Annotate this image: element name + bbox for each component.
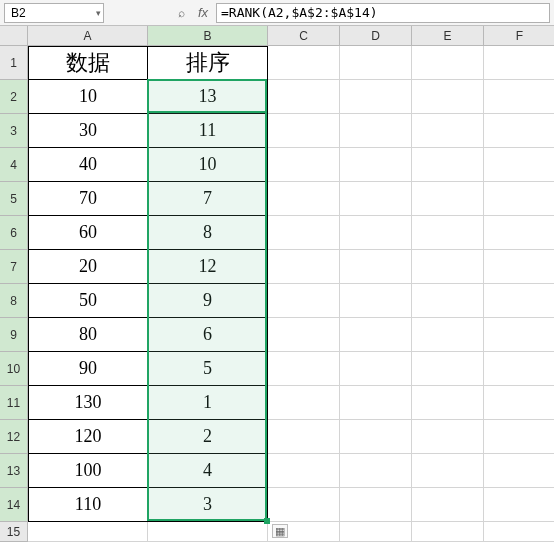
cell-E12[interactable] (412, 420, 484, 454)
cell-F12[interactable] (484, 420, 554, 454)
row-header-15[interactable]: 15 (0, 522, 28, 542)
cell-B14[interactable]: 3 (148, 488, 268, 522)
col-header-B[interactable]: B (148, 26, 268, 46)
cell-D9[interactable] (340, 318, 412, 352)
cell-A9[interactable]: 80 (28, 318, 148, 352)
name-box[interactable]: B2 ▾ (4, 3, 104, 23)
cell-A1[interactable]: 数据 (28, 46, 148, 80)
cell-F4[interactable] (484, 148, 554, 182)
cell-C14[interactable] (268, 488, 340, 522)
cell-B7[interactable]: 12 (148, 250, 268, 284)
cell-F3[interactable] (484, 114, 554, 148)
search-icon[interactable]: ⌕ (172, 4, 190, 22)
cell-C2[interactable] (268, 80, 340, 114)
row-header-14[interactable]: 14 (0, 488, 28, 522)
col-header-F[interactable]: F (484, 26, 554, 46)
row-header-4[interactable]: 4 (0, 148, 28, 182)
paste-options-icon[interactable]: ▦ (272, 524, 288, 538)
cell-F10[interactable] (484, 352, 554, 386)
cell-F8[interactable] (484, 284, 554, 318)
cell-F13[interactable] (484, 454, 554, 488)
cell-A13[interactable]: 100 (28, 454, 148, 488)
cell-A10[interactable]: 90 (28, 352, 148, 386)
cell-F1[interactable] (484, 46, 554, 80)
cell-E8[interactable] (412, 284, 484, 318)
row-header-1[interactable]: 1 (0, 46, 28, 80)
cell-D3[interactable] (340, 114, 412, 148)
cell-A6[interactable]: 60 (28, 216, 148, 250)
row-header-9[interactable]: 9 (0, 318, 28, 352)
cell-C1[interactable] (268, 46, 340, 80)
cell-B9[interactable]: 6 (148, 318, 268, 352)
cell-D10[interactable] (340, 352, 412, 386)
cell-A14[interactable]: 110 (28, 488, 148, 522)
cell-C6[interactable] (268, 216, 340, 250)
cell-E4[interactable] (412, 148, 484, 182)
cell-A3[interactable]: 30 (28, 114, 148, 148)
cell-A4[interactable]: 40 (28, 148, 148, 182)
cell-B5[interactable]: 7 (148, 182, 268, 216)
cell-B2[interactable]: 13 (148, 80, 268, 114)
cell-F2[interactable] (484, 80, 554, 114)
cell-E10[interactable] (412, 352, 484, 386)
cell-D7[interactable] (340, 250, 412, 284)
row-header-6[interactable]: 6 (0, 216, 28, 250)
cell-D6[interactable] (340, 216, 412, 250)
col-header-A[interactable]: A (28, 26, 148, 46)
cell-B4[interactable]: 10 (148, 148, 268, 182)
cell-E2[interactable] (412, 80, 484, 114)
cell-E6[interactable] (412, 216, 484, 250)
cell-F9[interactable] (484, 318, 554, 352)
row-header-3[interactable]: 3 (0, 114, 28, 148)
cell-C10[interactable] (268, 352, 340, 386)
cell-C4[interactable] (268, 148, 340, 182)
select-all-corner[interactable] (0, 26, 28, 46)
cell-E5[interactable] (412, 182, 484, 216)
cell-D13[interactable] (340, 454, 412, 488)
cell-D14[interactable] (340, 488, 412, 522)
row-header-8[interactable]: 8 (0, 284, 28, 318)
cell-C7[interactable] (268, 250, 340, 284)
cell-C5[interactable] (268, 182, 340, 216)
cell-D2[interactable] (340, 80, 412, 114)
name-box-dropdown-icon[interactable]: ▾ (96, 8, 101, 18)
cell-B3[interactable]: 11 (148, 114, 268, 148)
cell-B8[interactable]: 9 (148, 284, 268, 318)
cell-B15[interactable] (148, 522, 268, 542)
cell-B6[interactable]: 8 (148, 216, 268, 250)
formula-input[interactable] (216, 3, 550, 23)
cell-C8[interactable] (268, 284, 340, 318)
row-header-12[interactable]: 12 (0, 420, 28, 454)
cell-B1[interactable]: 排序 (148, 46, 268, 80)
cell-F7[interactable] (484, 250, 554, 284)
cell-B10[interactable]: 5 (148, 352, 268, 386)
cell-D8[interactable] (340, 284, 412, 318)
cell-D1[interactable] (340, 46, 412, 80)
cell-E9[interactable] (412, 318, 484, 352)
cell-C11[interactable] (268, 386, 340, 420)
cell-F6[interactable] (484, 216, 554, 250)
cell-C13[interactable] (268, 454, 340, 488)
row-header-2[interactable]: 2 (0, 80, 28, 114)
row-header-5[interactable]: 5 (0, 182, 28, 216)
cell-E7[interactable] (412, 250, 484, 284)
col-header-E[interactable]: E (412, 26, 484, 46)
cell-D12[interactable] (340, 420, 412, 454)
col-header-C[interactable]: C (268, 26, 340, 46)
cell-C9[interactable] (268, 318, 340, 352)
cell-A5[interactable]: 70 (28, 182, 148, 216)
fx-icon[interactable]: fx (194, 4, 212, 22)
row-header-11[interactable]: 11 (0, 386, 28, 420)
cell-C3[interactable] (268, 114, 340, 148)
cell-A7[interactable]: 20 (28, 250, 148, 284)
cell-E11[interactable] (412, 386, 484, 420)
row-header-10[interactable]: 10 (0, 352, 28, 386)
spreadsheet-grid[interactable]: ABCDEF 123456789101112131415 数据排序1013301… (0, 26, 554, 552)
cell-F15[interactable] (484, 522, 554, 542)
cell-D11[interactable] (340, 386, 412, 420)
cell-B12[interactable]: 2 (148, 420, 268, 454)
cell-E13[interactable] (412, 454, 484, 488)
cell-A2[interactable]: 10 (28, 80, 148, 114)
cell-F14[interactable] (484, 488, 554, 522)
cell-A12[interactable]: 120 (28, 420, 148, 454)
